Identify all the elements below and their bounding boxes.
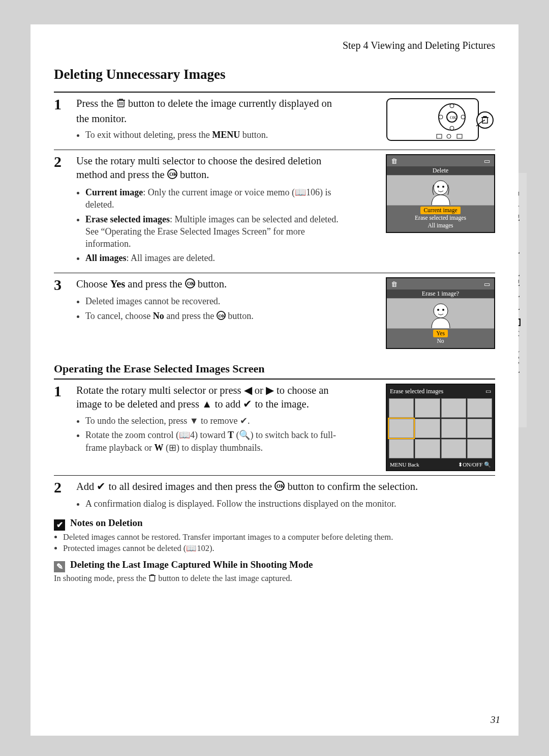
thumbnail: [415, 419, 440, 438]
step-b2-number: 2: [54, 480, 68, 495]
step-3-number: 3: [54, 277, 68, 293]
delete-menu-screen: 🗑▭ Delete Current image Erase selected i…: [386, 154, 495, 234]
subsection-title: Operating the Erase Selected Images Scre…: [54, 362, 495, 375]
step-1-text: Press the button to delete the image cur…: [76, 97, 346, 126]
step-b1-number: 1: [54, 384, 68, 399]
sub-divider: [54, 379, 495, 380]
ok-icon: OK: [217, 311, 226, 323]
screen2-title: Delete: [387, 166, 494, 175]
trash-indicator-icon: 🗑: [391, 157, 398, 165]
s3b: and press the: [128, 278, 185, 289]
ok-icon: OK: [167, 169, 177, 183]
step-b2-bullet-1: A confirmation dialog is displayed. Foll…: [85, 498, 495, 510]
battery-icon: ▭: [484, 280, 490, 288]
divider: [54, 273, 495, 273]
step-1-bullet-1: To exit without deleting, press the MENU…: [85, 129, 346, 141]
s1b1b: button.: [242, 130, 268, 140]
trash-icon: [116, 98, 126, 112]
svg-rect-0: [118, 100, 124, 107]
s2b2l: Erase selected images: [85, 214, 170, 224]
thumbnail: [467, 398, 492, 418]
page-number: 31: [491, 714, 500, 725]
step-2-text: Use the rotary multi selector to choose …: [76, 154, 346, 183]
s2mb: button.: [180, 169, 209, 180]
step-b1-bullet-1: To undo the selection, press ▼ to remove…: [85, 415, 346, 427]
header-step-label: Step 4 Viewing and Deleting Pictures: [54, 40, 495, 51]
sb2mb: button to confirm the selection.: [287, 481, 418, 492]
check-note-icon: ✔: [54, 519, 65, 531]
divider: [54, 150, 495, 150]
svg-point-23: [434, 304, 448, 318]
erase-selected-screen: Erase selected images ▭ MENU Back ⬍ON/OF…: [386, 384, 495, 471]
title-divider: [54, 92, 495, 93]
svg-point-24: [437, 309, 439, 311]
step-3-text: Choose Yes and press the OK button.: [76, 277, 346, 293]
screen3-title: Erase 1 image?: [387, 289, 494, 298]
page-title: Deleting Unnecessary Images: [54, 67, 495, 82]
s3c: button.: [198, 278, 227, 289]
divider: [54, 475, 495, 476]
thumbnail: [441, 419, 466, 438]
screen4-back: MENU Back: [390, 461, 419, 468]
battery-icon: ▭: [484, 157, 490, 165]
svg-point-25: [442, 309, 444, 311]
s3a: Choose: [76, 278, 110, 289]
screen4-onoff: ⬍ON/OFF 🔍: [458, 461, 491, 468]
s2b3l: All images: [85, 253, 127, 263]
notes-last-image: ✎ Deleting the Last Image Captured While…: [54, 559, 495, 585]
screen3-no: No: [387, 337, 494, 345]
s3yes: Yes: [110, 278, 126, 289]
thumbnail: [441, 439, 466, 458]
notes2-title: Deleting the Last Image Captured While i…: [70, 559, 313, 570]
sb1b2a: Rotate the zoom control (📖4) toward: [85, 430, 228, 440]
sb2ma: Add ✔ to all desired images and then pre…: [76, 481, 274, 492]
ok-icon: OK: [274, 481, 285, 495]
notes-deletion: ✔ Notes on Deletion Deleted images canno…: [54, 517, 495, 555]
s1b1a: To exit without deleting, press the: [85, 130, 212, 140]
sb1b2t: T: [228, 430, 234, 440]
svg-text:OK: OK: [277, 483, 285, 489]
step-2-bullet-2: Erase selected images: Multiple images c…: [85, 213, 346, 250]
svg-point-17: [437, 186, 439, 188]
thumbnail: [389, 398, 414, 418]
s2b3t: : All images are deleted.: [127, 253, 215, 263]
screen2-opt1: Current image: [420, 207, 460, 214]
screen3-yes: Yes: [433, 330, 448, 337]
menu-label-icon: MENU: [212, 130, 240, 140]
s2b1l: Current image: [85, 187, 143, 197]
thumbnail: [389, 439, 414, 458]
screen4-title: Erase selected images ▭: [387, 387, 494, 396]
svg-rect-28: [150, 575, 155, 581]
svg-text:OK: OK: [187, 281, 195, 286]
step-2-bullet-1: Current image: Only the current image or…: [85, 186, 346, 211]
screen2-opt2: Erase selected images: [387, 214, 494, 222]
sb1b2e: (⊞) to display thumbnails.: [166, 443, 263, 453]
step-2-number: 2: [54, 154, 68, 169]
s3b2c: button.: [228, 311, 254, 321]
thumbnail: [441, 398, 466, 418]
n2a: In shooting mode, press the: [54, 573, 148, 583]
trash-indicator-icon: 🗑: [391, 280, 398, 288]
step-b2-text: Add ✔ to all desired images and then pre…: [76, 480, 495, 495]
ok-icon: OK: [185, 278, 195, 293]
battery-icon: ▭: [485, 388, 491, 395]
thumbnail: [467, 419, 492, 438]
notes1-b1: Deleted images cannot be restored. Trans…: [63, 532, 495, 543]
confirm-delete-screen: 🗑▭ Erase 1 image? Yes No: [386, 277, 495, 349]
n2b: button to delete the last image captured…: [158, 573, 292, 583]
sb1b2w: W: [154, 443, 163, 453]
thumbnail-selected: [389, 419, 414, 438]
svg-point-16: [434, 181, 448, 195]
trash-icon: [148, 573, 156, 585]
svg-text:OK: OK: [450, 115, 456, 120]
notes1-b2: Protected images cannot be deleted (📖102…: [63, 543, 495, 554]
svg-text:OK: OK: [169, 171, 177, 177]
step-1-number: 1: [54, 97, 68, 112]
step-b1-text: Rotate the rotary multi selector or pres…: [76, 384, 346, 412]
camera-illustration: OK: [386, 97, 495, 144]
thumbnail: [415, 398, 440, 418]
s3b2b: and press the: [166, 311, 216, 321]
pencil-note-icon: ✎: [54, 561, 65, 572]
thumbnail: [415, 439, 440, 458]
notes1-title: Notes on Deletion: [70, 517, 142, 528]
